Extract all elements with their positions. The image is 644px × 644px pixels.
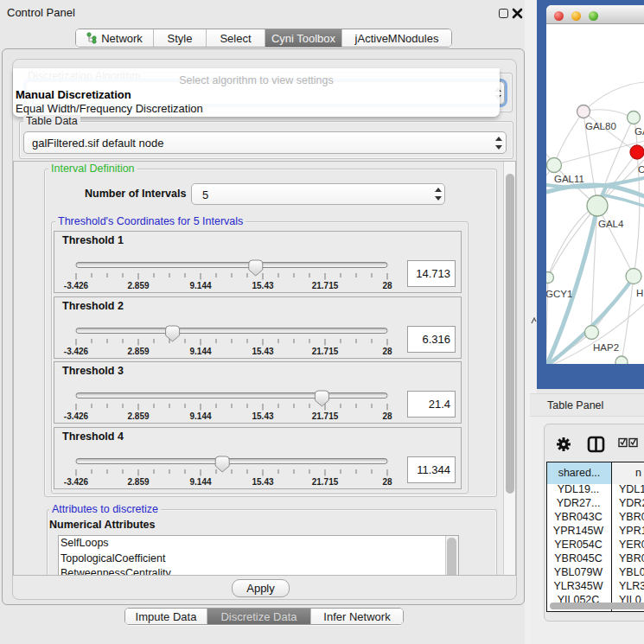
svg-text:2.859: 2.859 — [127, 477, 149, 487]
svg-text:GAL4: GAL4 — [598, 219, 624, 229]
svg-text:15.43: 15.43 — [252, 411, 273, 421]
svg-text:GAL11: GAL11 — [554, 174, 584, 184]
svg-text:28: 28 — [382, 281, 392, 290]
svg-text:-3.426: -3.426 — [64, 411, 89, 421]
svg-text:28: 28 — [382, 477, 392, 487]
svg-text:15.43: 15.43 — [252, 281, 273, 290]
svg-text:GCY1: GCY1 — [546, 289, 572, 299]
svg-text:-3.426: -3.426 — [64, 281, 89, 290]
svg-text:21.715: 21.715 — [312, 347, 339, 356]
svg-text:GA: GA — [634, 126, 644, 137]
svg-text:21.715: 21.715 — [312, 477, 339, 487]
svg-text:15.43: 15.43 — [252, 347, 273, 356]
svg-text:GAL80: GAL80 — [585, 121, 616, 131]
svg-text:28: 28 — [382, 347, 392, 356]
svg-text:-3.426: -3.426 — [64, 347, 89, 356]
svg-text:H: H — [636, 288, 643, 298]
svg-text:21.715: 21.715 — [312, 281, 339, 290]
svg-text:9.144: 9.144 — [189, 347, 211, 356]
svg-text:15.43: 15.43 — [252, 477, 273, 487]
svg-text:9.144: 9.144 — [189, 411, 211, 421]
svg-text:9.144: 9.144 — [189, 281, 211, 290]
svg-text:HAP2: HAP2 — [593, 342, 619, 353]
svg-text:21.715: 21.715 — [312, 411, 339, 421]
svg-text:2.859: 2.859 — [127, 347, 149, 356]
svg-text:2.859: 2.859 — [127, 281, 149, 290]
svg-text:28: 28 — [382, 411, 392, 421]
svg-text:C: C — [638, 164, 644, 175]
svg-text:2.859: 2.859 — [127, 411, 149, 421]
svg-text:9.144: 9.144 — [189, 477, 211, 487]
svg-text:-3.426: -3.426 — [64, 477, 89, 487]
